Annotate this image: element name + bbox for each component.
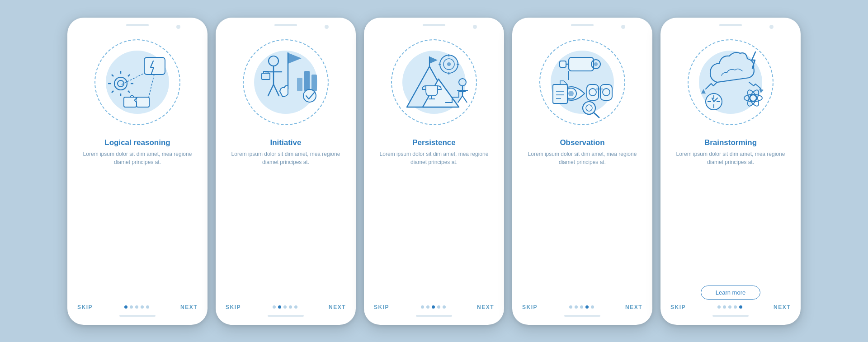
initiative-icon	[247, 44, 324, 121]
dot-2-5[interactable]	[294, 305, 297, 309]
phone-initiative: Initiative Lorem ipsum dolor sit dim ame…	[216, 18, 356, 325]
phone-brainstorming: Brainstorming Lorem ipsum dolor sit dim …	[660, 18, 801, 325]
dot-5-2[interactable]	[723, 305, 726, 309]
phone-bottom-bar-1	[119, 315, 156, 317]
skip-button-5[interactable]: SKIP	[670, 304, 686, 310]
dot-4-2[interactable]	[575, 305, 578, 309]
phone-body-brainstorming: Lorem ipsum dolor sit dim amet, mea regi…	[670, 150, 792, 281]
dot-3-2[interactable]	[426, 305, 429, 309]
dot-5-4[interactable]	[734, 305, 737, 309]
persistence-icon	[396, 44, 472, 121]
skip-button-4[interactable]: SKIP	[522, 304, 538, 310]
illustration-brainstorming	[681, 33, 780, 132]
dot-1-3[interactable]	[135, 305, 138, 309]
phones-container: Logical reasoning Lorem ipsum dolor sit …	[67, 18, 801, 325]
svg-point-25	[303, 89, 316, 102]
dot-2-1[interactable]	[273, 305, 276, 309]
illustration-logical-reasoning	[88, 33, 187, 132]
phone-camera	[176, 25, 180, 29]
svg-marker-61	[701, 89, 706, 94]
svg-line-7	[128, 91, 130, 93]
phone-title-initiative: Initiative	[270, 138, 302, 147]
illustration-observation	[533, 33, 632, 132]
phone-camera-5	[769, 25, 774, 29]
dot-4-1[interactable]	[569, 305, 572, 309]
phone-observation: Observation Lorem ipsum dolor sit dim am…	[512, 18, 652, 325]
phone-top-bar-5	[660, 18, 801, 29]
next-button-3[interactable]: NEXT	[477, 304, 494, 310]
dot-2-3[interactable]	[283, 305, 287, 309]
svg-point-29	[447, 62, 451, 66]
dot-1-4[interactable]	[141, 305, 144, 309]
phone-top-bar-4	[512, 18, 652, 29]
dot-3-5[interactable]	[443, 305, 446, 309]
skip-button-3[interactable]: SKIP	[374, 304, 389, 310]
phone-bottom-bar-5	[712, 315, 749, 317]
observation-icon	[544, 44, 621, 121]
dot-1-5[interactable]	[146, 305, 149, 309]
phone-speaker-3	[423, 24, 445, 26]
svg-rect-23	[304, 71, 310, 91]
dots-5	[717, 305, 742, 309]
svg-line-9	[112, 91, 113, 93]
phone-camera-3	[473, 25, 477, 29]
svg-line-56	[594, 112, 599, 117]
dot-3-4[interactable]	[437, 305, 440, 309]
dot-5-1[interactable]	[717, 305, 721, 309]
dots-2	[273, 305, 297, 309]
dot-5-5[interactable]	[739, 305, 742, 309]
phone-bottom-bar-4	[564, 315, 600, 317]
next-button-1[interactable]: NEXT	[180, 304, 198, 310]
phone-camera-2	[325, 25, 329, 29]
svg-rect-49	[587, 84, 599, 100]
phone-body-persistence: Lorem ipsum dolor sit dim amet, mea regi…	[373, 150, 495, 298]
phone-body-observation: Lorem ipsum dolor sit dim amet, mea regi…	[521, 150, 643, 298]
svg-point-15	[269, 56, 278, 66]
svg-line-18	[268, 84, 274, 96]
dot-4-4[interactable]	[585, 305, 589, 309]
dot-4-3[interactable]	[580, 305, 583, 309]
learn-more-button[interactable]: Learn more	[701, 286, 760, 300]
skip-button-1[interactable]: SKIP	[77, 304, 93, 310]
phone-nav-observation: SKIP NEXT	[512, 304, 652, 310]
phone-body-logical-reasoning: Lorem ipsum dolor sit dim amet, mea regi…	[76, 150, 198, 298]
phone-bottom-bar-3	[416, 315, 452, 317]
phone-camera-4	[621, 25, 625, 29]
dot-3-1[interactable]	[421, 305, 424, 309]
svg-rect-41	[569, 57, 594, 71]
dot-3-3[interactable]	[432, 305, 435, 309]
svg-point-43	[594, 62, 598, 66]
phone-title-persistence: Persistence	[412, 138, 455, 147]
next-button-5[interactable]: NEXT	[774, 304, 791, 310]
svg-rect-57	[553, 84, 567, 103]
next-button-4[interactable]: NEXT	[625, 304, 642, 310]
svg-rect-24	[311, 75, 317, 91]
svg-point-48	[568, 91, 574, 96]
dots-4	[569, 305, 594, 309]
phone-speaker-5	[719, 24, 742, 26]
svg-rect-53	[596, 88, 603, 90]
phone-title-observation: Observation	[560, 138, 604, 147]
phone-logical-reasoning: Logical reasoning Lorem ipsum dolor sit …	[67, 18, 208, 325]
skip-button-2[interactable]: SKIP	[226, 304, 241, 310]
phone-body-initiative: Lorem ipsum dolor sit dim amet, mea regi…	[225, 150, 347, 298]
svg-point-0	[114, 77, 127, 90]
illustration-persistence	[384, 33, 484, 132]
dot-2-4[interactable]	[289, 305, 292, 309]
next-button-2[interactable]: NEXT	[329, 304, 346, 310]
illustration-initiative	[236, 33, 335, 132]
dot-5-3[interactable]	[728, 305, 731, 309]
phone-persistence: Persistence Lorem ipsum dolor sit dim am…	[364, 18, 504, 325]
dot-1-1[interactable]	[124, 305, 127, 309]
dot-1-2[interactable]	[130, 305, 133, 309]
phone-speaker	[126, 24, 149, 26]
phone-speaker-2	[274, 24, 297, 26]
phone-bottom-bar-2	[268, 315, 304, 317]
dot-4-5[interactable]	[591, 305, 594, 309]
dots-1	[124, 305, 149, 309]
svg-rect-11	[124, 97, 137, 107]
svg-point-63	[750, 95, 756, 101]
phone-top-bar-2	[216, 18, 356, 29]
dot-2-2[interactable]	[278, 305, 281, 309]
phone-nav-brainstorming: SKIP NEXT	[660, 304, 801, 310]
